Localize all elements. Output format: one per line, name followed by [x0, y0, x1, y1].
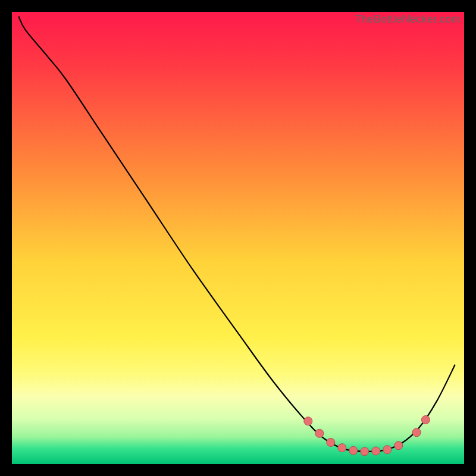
- data-marker: [394, 441, 403, 450]
- data-marker: [327, 439, 335, 447]
- data-marker: [338, 444, 346, 452]
- data-marker: [383, 446, 392, 454]
- data-marker: [361, 447, 369, 456]
- chart-frame: TheBottleNecker.com: [12, 12, 464, 464]
- data-marker: [421, 416, 430, 424]
- data-marker: [412, 428, 421, 437]
- data-marker: [349, 446, 358, 455]
- chart-plot: [12, 12, 464, 464]
- data-marker: [315, 429, 324, 437]
- gradient-background: [12, 12, 464, 464]
- watermark-text: TheBottleNecker.com: [355, 13, 461, 26]
- data-marker: [304, 417, 312, 425]
- data-marker: [372, 447, 380, 455]
